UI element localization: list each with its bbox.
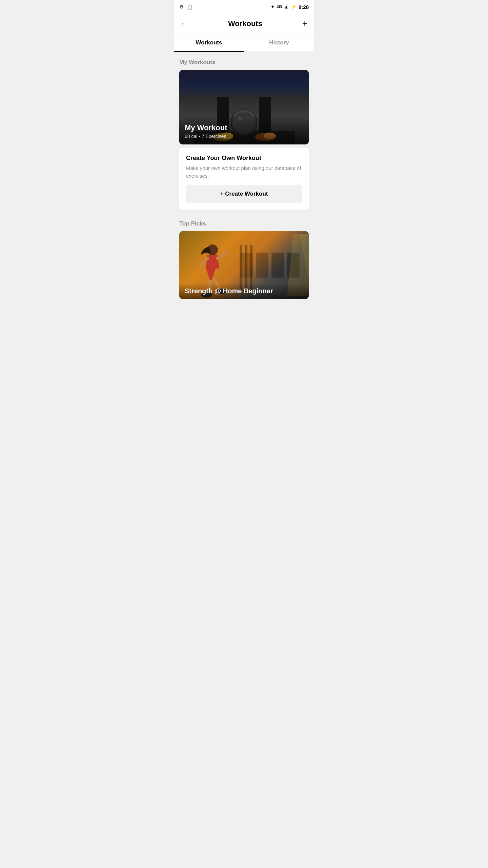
clipboard-icon: 📋: [187, 4, 193, 9]
my-workouts-section: My Workouts: [174, 52, 314, 214]
content-area: My Workouts: [174, 52, 314, 303]
status-right-icons: ✦ 4G ▲ ⚡ 9:28: [271, 4, 309, 10]
tab-bar: Workouts History: [174, 34, 314, 52]
time-label: 9:28: [299, 4, 309, 10]
status-left-icons: ⚙ 📋: [179, 4, 193, 9]
create-card-title: Create Your Own Workout: [186, 155, 302, 162]
workout-card-overlay: My Workout 68 cal • 7 Exercises: [179, 118, 309, 144]
signal-bars-icon: ▲: [284, 4, 289, 9]
top-picks-section: Top Picks: [174, 214, 314, 303]
top-nav: ← Workouts +: [174, 14, 314, 34]
status-bar: ⚙ 📋 ✦ 4G ▲ ⚡ 9:28: [174, 0, 314, 14]
signal-label: 4G: [277, 4, 282, 9]
top-picks-card[interactable]: Strength @ Home Beginner: [179, 231, 309, 299]
create-workout-card: Create Your Own Workout Make your own wo…: [179, 148, 309, 210]
back-button[interactable]: ←: [179, 18, 189, 29]
workout-name: My Workout: [185, 123, 303, 132]
tab-workouts[interactable]: Workouts: [174, 34, 244, 52]
page-title: Workouts: [228, 19, 262, 28]
settings-icon: ⚙: [179, 4, 184, 9]
tab-history[interactable]: History: [244, 34, 314, 52]
create-card-description: Make your own workout plan using our dat…: [186, 164, 302, 180]
battery-icon: ⚡: [291, 4, 297, 9]
top-picks-overlay: Strength @ Home Beginner: [179, 283, 309, 299]
top-picks-card-name: Strength @ Home Beginner: [185, 287, 303, 295]
svg-rect-20: [271, 253, 284, 277]
top-picks-title: Top Picks: [179, 220, 309, 227]
bluetooth-icon: ✦: [271, 4, 274, 9]
my-workouts-title: My Workouts: [179, 59, 309, 66]
add-button[interactable]: +: [301, 17, 309, 30]
workout-meta: 68 cal • 7 Exercises: [185, 134, 303, 139]
create-workout-button[interactable]: + Create Workout: [186, 185, 302, 203]
my-workout-card[interactable]: My Workout 68 cal • 7 Exercises: [179, 70, 309, 144]
svg-rect-18: [240, 253, 253, 277]
svg-rect-19: [256, 253, 268, 277]
